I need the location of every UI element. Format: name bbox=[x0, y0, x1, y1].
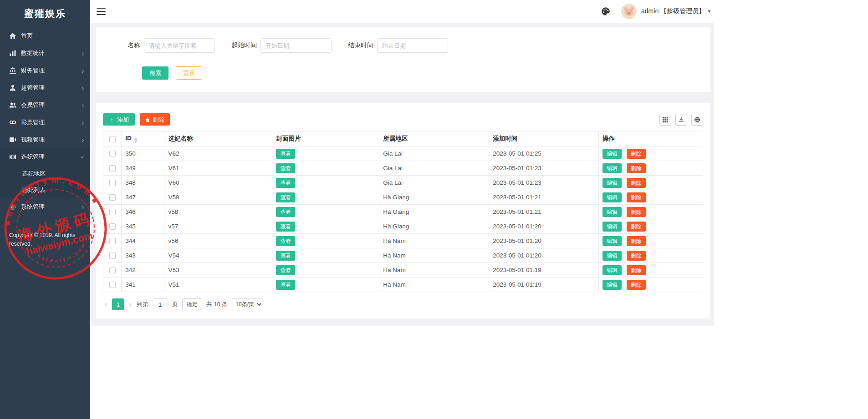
cell-name: V60 bbox=[164, 176, 272, 190]
cell-name: V61 bbox=[164, 161, 272, 176]
printer-icon bbox=[694, 116, 700, 123]
bulk-delete-button[interactable]: 删除 bbox=[140, 113, 170, 126]
cell-name: V53 bbox=[164, 263, 272, 278]
page-size-select[interactable]: 10条/页 bbox=[232, 298, 263, 310]
goto-confirm-button[interactable]: 确定 bbox=[182, 298, 202, 310]
export-button[interactable] bbox=[675, 114, 687, 126]
cell-id: 344 bbox=[122, 234, 164, 248]
sidebar-item-label: 财务管理 bbox=[21, 66, 45, 75]
data-table: ID 选妃名称 封面图片 所属地区 添加时间 操作 350 V62 查看 bbox=[103, 131, 703, 292]
start-date-input[interactable] bbox=[260, 38, 332, 53]
row-delete-button[interactable]: 删除 bbox=[627, 207, 646, 217]
sidebar-item-concubine[interactable]: 选妃管理 › bbox=[0, 148, 90, 166]
goto-page-input[interactable] bbox=[153, 298, 168, 310]
next-page-button[interactable]: › bbox=[128, 300, 132, 308]
row-delete-button[interactable]: 删除 bbox=[627, 236, 646, 246]
view-cover-button[interactable]: 查看 bbox=[276, 163, 295, 173]
table-row: 344 v56 查看 Hà Nam 2023-05-01 01:20 编辑 删除 bbox=[103, 234, 703, 248]
edit-button[interactable]: 编辑 bbox=[602, 192, 622, 202]
sidebar-item-lottery[interactable]: 彩票管理 › bbox=[0, 114, 90, 131]
theme-palette-icon[interactable] bbox=[601, 7, 610, 16]
edit-button[interactable]: 编辑 bbox=[602, 236, 622, 246]
table-row: 345 v57 查看 Hà Giang 2023-05-01 01:20 编辑 … bbox=[103, 219, 703, 234]
row-delete-button[interactable]: 删除 bbox=[627, 163, 646, 173]
row-delete-button[interactable]: 删除 bbox=[627, 265, 646, 275]
sidebar-item-superadmin[interactable]: 超管管理 › bbox=[0, 79, 90, 96]
search-button[interactable]: 检索 bbox=[142, 66, 168, 80]
view-cover-button[interactable]: 查看 bbox=[276, 265, 295, 275]
row-checkbox[interactable] bbox=[109, 194, 116, 201]
bulk-delete-label: 删除 bbox=[153, 116, 164, 122]
edit-button[interactable]: 编辑 bbox=[602, 178, 622, 188]
row-checkbox[interactable] bbox=[109, 282, 116, 288]
end-date-input[interactable] bbox=[377, 38, 448, 53]
hamburger-icon[interactable] bbox=[97, 8, 106, 15]
sidebar-item-system[interactable]: 系统管理 › bbox=[0, 198, 90, 216]
view-cover-button[interactable]: 查看 bbox=[276, 178, 295, 188]
sort-icon[interactable] bbox=[134, 137, 138, 143]
row-checkbox[interactable] bbox=[109, 252, 116, 259]
table-head: ID 选妃名称 封面图片 所属地区 添加时间 操作 bbox=[103, 131, 703, 146]
row-delete-button[interactable]: 删除 bbox=[627, 280, 646, 290]
sidebar-item-finance[interactable]: 财务管理 › bbox=[0, 62, 90, 79]
row-delete-button[interactable]: 删除 bbox=[627, 149, 646, 159]
sidebar-item-concubine-list[interactable]: 选妃列表 bbox=[0, 182, 90, 198]
cell-name: V54 bbox=[164, 248, 272, 263]
view-cover-button[interactable]: 查看 bbox=[276, 207, 295, 217]
view-cover-button[interactable]: 查看 bbox=[276, 236, 295, 246]
page-1-button[interactable]: 1 bbox=[112, 298, 124, 310]
row-delete-button[interactable]: 删除 bbox=[627, 192, 646, 202]
cell-id: 350 bbox=[122, 146, 164, 161]
columns-toggle-button[interactable] bbox=[659, 114, 671, 126]
view-cover-button[interactable]: 查看 bbox=[276, 149, 295, 159]
trash-icon bbox=[145, 117, 150, 122]
edit-button[interactable]: 编辑 bbox=[602, 163, 622, 173]
edit-button[interactable]: 编辑 bbox=[602, 222, 622, 232]
view-cover-button[interactable]: 查看 bbox=[276, 192, 295, 202]
edit-button[interactable]: 编辑 bbox=[602, 149, 622, 159]
row-delete-button[interactable]: 删除 bbox=[627, 222, 646, 232]
row-checkbox[interactable] bbox=[109, 180, 116, 186]
sidebar-item-home[interactable]: 首页 bbox=[0, 27, 90, 45]
prev-page-button[interactable]: ‹ bbox=[104, 300, 108, 308]
row-checkbox[interactable] bbox=[109, 238, 116, 244]
view-cover-button[interactable]: 查看 bbox=[276, 280, 295, 290]
goto-prefix-label: 到第 bbox=[137, 300, 148, 308]
edit-button[interactable]: 编辑 bbox=[602, 251, 622, 261]
row-checkbox[interactable] bbox=[109, 151, 116, 157]
bar-chart-icon bbox=[9, 50, 16, 57]
column-header-cover: 封面图片 bbox=[272, 131, 379, 146]
row-checkbox[interactable] bbox=[109, 165, 116, 172]
cell-time: 2023-05-01 01:23 bbox=[489, 161, 599, 176]
row-checkbox[interactable] bbox=[109, 267, 116, 273]
row-delete-button[interactable]: 删除 bbox=[627, 178, 646, 188]
reset-button[interactable]: 重置 bbox=[176, 66, 202, 80]
select-all-checkbox[interactable] bbox=[109, 136, 116, 142]
edit-button[interactable]: 编辑 bbox=[602, 280, 622, 290]
search-keyword-input[interactable] bbox=[144, 38, 215, 53]
film-icon bbox=[9, 153, 16, 161]
goto-suffix-label: 页 bbox=[172, 300, 178, 308]
users-icon bbox=[9, 101, 16, 109]
sidebar-item-video[interactable]: 视频管理 › bbox=[0, 131, 90, 148]
row-checkbox[interactable] bbox=[109, 223, 116, 230]
print-button[interactable] bbox=[691, 114, 703, 126]
user-menu[interactable]: admin 【超级管理员】 ▼ bbox=[641, 7, 711, 15]
table-row: 342 V53 查看 Hà Nam 2023-05-01 01:19 编辑 删除 bbox=[103, 263, 703, 278]
edit-button[interactable]: 编辑 bbox=[602, 207, 622, 217]
cell-time: 2023-05-01 01:23 bbox=[489, 176, 599, 190]
sidebar-item-concubine-region[interactable]: 选妃地区 bbox=[0, 166, 90, 182]
table-panel: ＋ 添加 删除 bbox=[96, 103, 710, 318]
row-delete-button[interactable]: 删除 bbox=[627, 251, 646, 261]
view-cover-button[interactable]: 查看 bbox=[276, 251, 295, 261]
avatar[interactable] bbox=[621, 4, 637, 19]
row-checkbox[interactable] bbox=[109, 209, 116, 215]
cell-id: 349 bbox=[122, 161, 164, 176]
edit-button[interactable]: 编辑 bbox=[602, 265, 622, 275]
chevron-right-icon: › bbox=[82, 136, 84, 144]
column-header-id[interactable]: ID bbox=[122, 131, 164, 146]
view-cover-button[interactable]: 查看 bbox=[276, 222, 295, 232]
sidebar-item-members[interactable]: 会员管理 › bbox=[0, 96, 90, 114]
add-button[interactable]: ＋ 添加 bbox=[103, 113, 135, 126]
sidebar-item-stats[interactable]: 数据统计 › bbox=[0, 45, 90, 62]
